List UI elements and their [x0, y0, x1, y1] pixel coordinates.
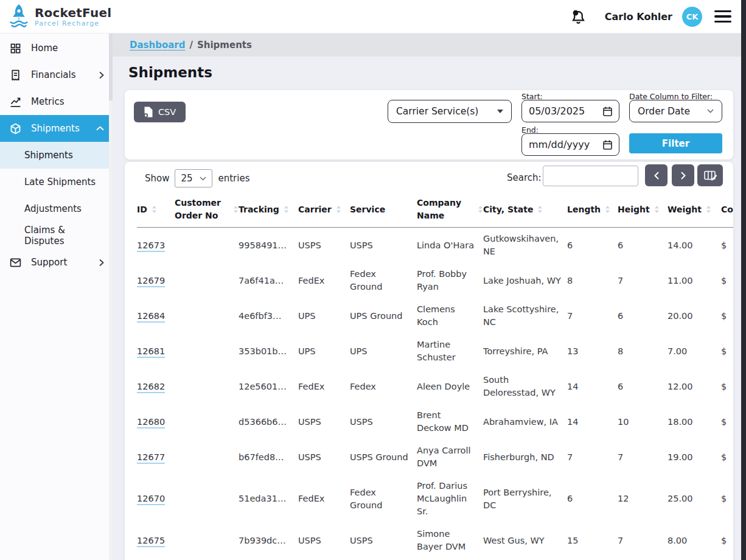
cell-company: Linda O'Hara [417, 228, 483, 264]
caret-down-icon [497, 110, 503, 113]
shipment-id-link[interactable]: 12679 [137, 276, 165, 287]
filter-button[interactable]: Filter [629, 133, 722, 153]
chevron-down-icon [200, 177, 206, 181]
receipt-icon [9, 69, 22, 82]
cell-carrier: USPS [298, 228, 350, 264]
sort-icon [284, 205, 289, 214]
column-header-id[interactable]: ID [137, 192, 175, 228]
shipment-id-link[interactable]: 12681 [137, 346, 165, 358]
shipment-id-link[interactable]: 12670 [137, 494, 165, 505]
table-row[interactable]: 12682 12e5601… FedEx Fedex Aleen Doyle S… [137, 369, 733, 404]
cell-company: Martine Schuster [417, 334, 483, 369]
sidebar-scrollbar-thumb[interactable] [109, 33, 113, 100]
cell-length: 6 [567, 228, 618, 264]
avatar[interactable]: CK [682, 7, 702, 27]
sidebar-item-home[interactable]: Home [0, 35, 113, 61]
cell-order-no [175, 404, 239, 439]
chevron-up-icon [96, 126, 104, 131]
sidebar-item-label: Metrics [31, 96, 64, 107]
chevron-right-icon [681, 172, 686, 180]
column-header-city-state[interactable]: City, State [483, 192, 567, 228]
notifications-icon[interactable] [570, 9, 587, 25]
cell-height: 7 [618, 523, 668, 558]
cell-order-no [175, 439, 239, 475]
column-header-tracking[interactable]: Tracking [239, 192, 298, 228]
shipment-id-link[interactable]: 12684 [137, 311, 165, 323]
cell-tracking: d5366b6… [239, 404, 298, 439]
cell-service: Fedex [350, 369, 417, 404]
breadcrumb-link-dashboard[interactable]: Dashboard [130, 40, 185, 51]
table-row[interactable]: 12681 353b01b… UPS UPS Martine Schuster … [137, 334, 733, 369]
sort-icon [605, 205, 610, 214]
package-icon [9, 122, 22, 135]
sort-icon [478, 205, 483, 214]
sidebar-item-label: Shipments [24, 150, 73, 161]
sidebar-item-label: Claims & Disputes [24, 225, 104, 247]
sidebar-subitem-shipments[interactable]: Shipments [0, 142, 113, 169]
cell-id: 12680 [137, 404, 175, 439]
shipment-id-link[interactable]: 12682 [137, 382, 165, 393]
column-header-company-name[interactable]: Company Name [417, 192, 483, 228]
column-header-height[interactable]: Height [618, 192, 668, 228]
table-row[interactable]: 12673 9958491… USPS USPS Linda O'Hara Gu… [137, 228, 733, 264]
cell-tracking: 353b01b… [239, 334, 298, 369]
menu-icon[interactable] [714, 10, 731, 23]
sidebar-subitem-claims-disputes[interactable]: Claims & Disputes [0, 222, 113, 249]
cell-company: Prof. Bobby Ryan [417, 263, 483, 298]
page-size-select[interactable]: 25 [175, 169, 212, 187]
search-input[interactable] [543, 166, 638, 186]
sidebar-item-metrics[interactable]: Metrics [0, 88, 113, 115]
top-bar: RocketFuel Parcel Recharge Carlo Kohler … [0, 0, 746, 33]
column-header-weight[interactable]: Weight [668, 192, 721, 228]
sidebar-item-label: Adjustments [24, 203, 82, 214]
sidebar-subitem-adjustments[interactable]: Adjustments [0, 195, 113, 222]
shipment-id-link[interactable]: 12680 [137, 417, 165, 429]
page-size-control: Show 25 entries [145, 169, 249, 187]
calendar-icon [603, 107, 612, 116]
column-header-customer-order-no[interactable]: Customer Order No [175, 192, 239, 228]
date-column-select[interactable]: Order Date [629, 100, 722, 122]
cell-tracking: 9958491… [239, 228, 298, 264]
carrier-service-select[interactable]: Carrier Service(s) [388, 100, 512, 123]
edit-columns-button[interactable] [697, 164, 723, 186]
sidebar-item-financials[interactable]: Financials [0, 61, 113, 88]
table-header-row: ID Customer Order No Tracking Carrier Se… [137, 192, 733, 228]
end-date-input[interactable]: mm/dd/yyyy [521, 133, 619, 156]
table-row[interactable]: 12680 d5366b6… USPS USPS Brent Deckow MD… [137, 404, 733, 439]
cell-carrier: UPS [298, 334, 350, 369]
table-row[interactable]: 12675 7b939dc… USPS USPS Simone Bayer DV… [137, 523, 733, 558]
column-header-length[interactable]: Length [567, 192, 618, 228]
sidebar-subitem-late-shipments[interactable]: Late Shipments [0, 169, 113, 195]
cell-order-no [175, 298, 239, 334]
shipment-id-link[interactable]: 12675 [137, 536, 165, 547]
cell-weight: 19.00 [668, 439, 721, 475]
cell-length: 14 [567, 404, 618, 439]
sidebar-item-label: Home [31, 43, 58, 54]
cell-cost: $ [721, 439, 733, 475]
page-scrollbar[interactable] [741, 0, 746, 560]
sidebar-item-shipments[interactable]: Shipments [0, 115, 113, 142]
next-page-button[interactable] [672, 164, 694, 186]
table-row[interactable]: 12677 b67fed8… USPS USPS Ground Anya Car… [137, 439, 733, 475]
column-header-carrier[interactable]: Carrier [298, 192, 350, 228]
column-header-service[interactable]: Service [350, 192, 417, 228]
cell-weight: 18.00 [668, 404, 721, 439]
start-date-input[interactable]: 05/03/2025 [521, 100, 619, 122]
search-label: Search: [507, 172, 542, 183]
sidebar-scrollbar-track [109, 33, 113, 560]
table-row[interactable]: 12670 51eda31… FedEx Fedex Ground Prof. … [137, 475, 733, 523]
sidebar-item-label: Financials [31, 69, 76, 80]
grid-icon [9, 42, 22, 55]
shipment-id-link[interactable]: 12673 [137, 240, 165, 252]
table-row[interactable]: 12684 4e6fbf3… UPS UPS Ground Clemens Ko… [137, 298, 733, 334]
cell-carrier: FedEx [298, 475, 350, 523]
cell-service: UPS [350, 334, 417, 369]
shipment-id-link[interactable]: 12677 [137, 452, 165, 464]
previous-page-button[interactable] [645, 164, 668, 186]
cell-id: 12681 [137, 334, 175, 369]
export-csv-button[interactable]: CSV [134, 102, 186, 122]
column-header-cost[interactable]: Cost [721, 192, 733, 228]
breadcrumb-current: Shipments [197, 40, 252, 51]
table-row[interactable]: 12679 7a6f41a… FedEx Fedex Ground Prof. … [137, 263, 733, 298]
sidebar-item-support[interactable]: Support [0, 249, 113, 276]
